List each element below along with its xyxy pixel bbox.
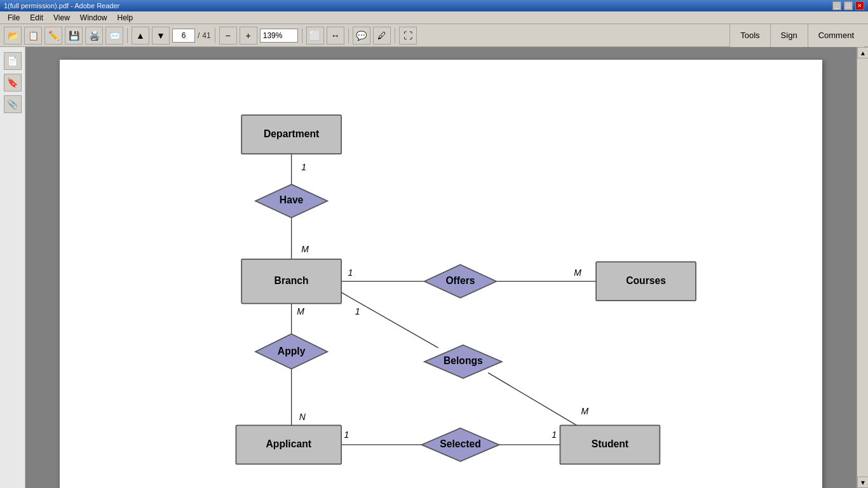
fit-page-button[interactable]: ⬜ xyxy=(306,27,324,44)
zoom-in-button[interactable]: + xyxy=(240,27,257,44)
department-label: Department xyxy=(264,128,320,139)
maximize-button[interactable]: □ xyxy=(844,1,853,10)
comment-panel-button[interactable]: Comment xyxy=(808,24,864,47)
selected-label: Selected xyxy=(440,438,481,449)
toolbar: 📂 📋 ✏️ 💾 🖨️ ✉️ ▲ ▼ 6 / 41 − + 139% ⬜ ↔ 💬… xyxy=(0,24,868,47)
main-area: 📄 🔖 📎 xyxy=(0,47,868,488)
separator-3 xyxy=(302,28,302,43)
card-branch-apply-m: M xyxy=(297,306,304,316)
card-offers-courses-m: M xyxy=(574,268,581,278)
line-belongs-student xyxy=(488,373,576,426)
right-scrollbar[interactable]: ▲ ▼ xyxy=(857,47,868,488)
next-page-button[interactable]: ▼ xyxy=(152,27,170,44)
save-button[interactable]: 💾 xyxy=(65,27,83,44)
card-dept-have: 1 xyxy=(301,162,306,172)
zoom-out-button[interactable]: − xyxy=(219,27,237,44)
card-belongs-student-m: M xyxy=(581,406,589,416)
applicant-label: Applicant xyxy=(266,438,312,449)
toolbar-right: Tools Sign Comment xyxy=(729,24,864,47)
card-apply-applicant-n: N xyxy=(299,412,306,422)
open-file-button[interactable]: 📂 xyxy=(4,27,22,44)
menu-help[interactable]: Help xyxy=(112,12,139,24)
belongs-label: Belongs xyxy=(444,355,483,366)
menu-view[interactable]: View xyxy=(48,12,75,24)
scroll-track[interactable] xyxy=(857,58,868,477)
courses-label: Courses xyxy=(626,275,666,286)
student-label: Student xyxy=(592,438,629,449)
open-recent-button[interactable]: 📋 xyxy=(24,27,42,44)
branch-label: Branch xyxy=(275,275,309,286)
line-branch-belongs xyxy=(341,292,438,348)
tools-button[interactable]: Tools xyxy=(729,24,770,47)
fullscreen-button[interactable]: ⛶ xyxy=(399,27,417,44)
title-bar-controls: _ □ ✕ xyxy=(832,1,864,10)
edit-button[interactable]: ✏️ xyxy=(44,27,62,44)
page-number-input[interactable]: 6 xyxy=(172,29,195,43)
highlight-button[interactable]: 🖊 xyxy=(373,27,391,44)
offers-label: Offers xyxy=(445,275,475,286)
nav-pages-icon[interactable]: 📄 xyxy=(4,52,22,70)
nav-attachments-icon[interactable]: 📎 xyxy=(4,95,22,113)
close-button[interactable]: ✕ xyxy=(855,1,864,10)
window-title: 1(full permission).pdf - Adobe Reader xyxy=(4,2,119,10)
menu-file[interactable]: File xyxy=(3,12,25,24)
fit-width-button[interactable]: ↔ xyxy=(327,27,344,44)
scroll-down-button[interactable]: ▼ xyxy=(857,477,868,488)
zoom-input[interactable]: 139% xyxy=(260,29,298,43)
card-selected-student-1: 1 xyxy=(552,430,557,440)
title-bar: 1(full permission).pdf - Adobe Reader _ … xyxy=(0,0,868,11)
left-sidebar: 📄 🔖 📎 xyxy=(0,47,25,488)
er-diagram: Department Have Branch Offers Courses Ap… xyxy=(60,60,822,488)
print-button[interactable]: 🖨️ xyxy=(85,27,103,44)
apply-label: Apply xyxy=(278,346,306,356)
separator-1 xyxy=(127,28,128,43)
have-label: Have xyxy=(280,194,304,205)
comment-button[interactable]: 💬 xyxy=(353,27,370,44)
pdf-area[interactable]: Department Have Branch Offers Courses Ap… xyxy=(25,47,857,488)
email-button[interactable]: ✉️ xyxy=(105,27,123,44)
card-have-branch: M xyxy=(301,244,309,254)
scroll-up-button[interactable]: ▲ xyxy=(857,47,868,58)
nav-bookmarks-icon[interactable]: 🔖 xyxy=(4,74,22,92)
prev-page-button[interactable]: ▲ xyxy=(132,27,149,44)
menu-edit[interactable]: Edit xyxy=(25,12,48,24)
card-applicant-selected-1: 1 xyxy=(344,430,349,440)
page-separator: / xyxy=(198,31,200,40)
menu-window[interactable]: Window xyxy=(75,12,112,24)
sign-button[interactable]: Sign xyxy=(770,24,808,47)
page-total: 41 xyxy=(202,31,210,40)
menu-bar: File Edit View Window Help xyxy=(0,11,868,24)
card-branch-belongs-1: 1 xyxy=(355,306,360,316)
minimize-button[interactable]: _ xyxy=(832,1,841,10)
separator-5 xyxy=(395,28,395,43)
separator-4 xyxy=(348,28,349,43)
pdf-page: Department Have Branch Offers Courses Ap… xyxy=(60,60,822,488)
card-branch-offers-1: 1 xyxy=(348,268,353,278)
separator-2 xyxy=(215,28,215,43)
